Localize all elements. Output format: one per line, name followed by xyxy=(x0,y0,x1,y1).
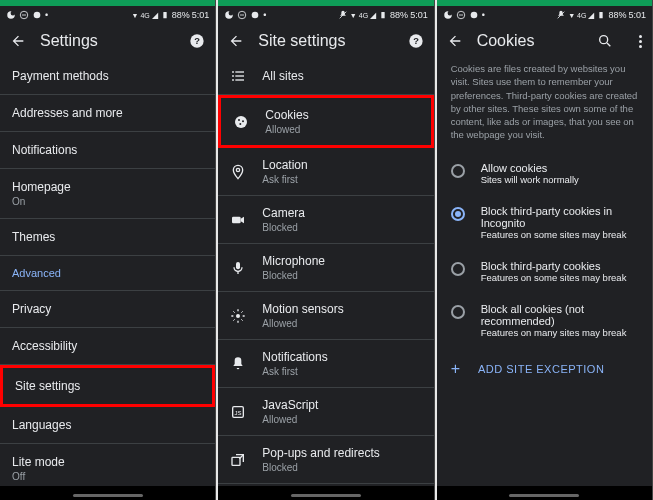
radio-button[interactable] xyxy=(451,207,465,221)
mute-icon xyxy=(338,10,348,20)
site-settings-screen: • ▼ 4G ◢ 88% 5:01 Site settings ? All si… xyxy=(218,0,434,500)
bell-icon xyxy=(230,356,246,372)
cookie-option[interactable]: Block third-party cookies in IncognitoFe… xyxy=(437,195,652,250)
item-label: Notifications xyxy=(262,350,327,364)
svg-point-21 xyxy=(242,120,244,122)
svg-point-37 xyxy=(600,36,608,44)
item-label: Camera xyxy=(262,206,305,220)
radio-button[interactable] xyxy=(451,305,465,319)
site-setting-item[interactable]: CookiesAllowed xyxy=(218,95,433,148)
item-label: Homepage xyxy=(12,180,71,194)
cookie-icon xyxy=(233,114,249,130)
settings-item[interactable]: Addresses and more xyxy=(0,95,215,132)
item-label: JavaScript xyxy=(262,398,318,412)
nav-bar[interactable] xyxy=(437,486,652,500)
chat-icon xyxy=(469,10,479,20)
item-sub: Allowed xyxy=(265,124,308,135)
site-settings-list: All sitesCookiesAllowedLocationAsk first… xyxy=(218,58,433,486)
settings-item[interactable]: HomepageOn xyxy=(0,169,215,219)
list-icon xyxy=(230,68,246,84)
site-setting-item[interactable]: LocationAsk first xyxy=(218,148,433,196)
location-icon xyxy=(230,164,246,180)
settings-item[interactable]: Advanced xyxy=(0,256,215,291)
settings-item[interactable]: Payment methods xyxy=(0,58,215,95)
appbar: Site settings ? xyxy=(218,24,433,58)
item-label: Microphone xyxy=(262,254,325,268)
svg-point-34 xyxy=(470,12,477,19)
cookie-option[interactable]: Block third-party cookiesFeatures on som… xyxy=(437,250,652,293)
item-label: All sites xyxy=(262,69,303,83)
option-sub: Features on some sites may break xyxy=(481,229,638,240)
svg-text:JS: JS xyxy=(235,409,242,415)
item-label: Payment methods xyxy=(12,69,109,83)
settings-item[interactable]: Languages xyxy=(0,407,215,444)
search-icon[interactable] xyxy=(597,33,613,49)
camera-icon xyxy=(230,212,246,228)
radio-button[interactable] xyxy=(451,164,465,178)
cookie-option[interactable]: Allow cookiesSites will work normally xyxy=(437,152,652,195)
back-icon[interactable] xyxy=(228,33,244,49)
svg-point-20 xyxy=(238,119,240,121)
item-sub: Ask first xyxy=(262,366,327,377)
svg-point-27 xyxy=(236,314,240,318)
svg-point-8 xyxy=(252,12,259,19)
site-setting-item[interactable]: JSJavaScriptAllowed xyxy=(218,388,433,436)
site-setting-item[interactable]: Motion sensorsAllowed xyxy=(218,292,433,340)
back-icon[interactable] xyxy=(447,33,463,49)
moon-icon xyxy=(6,10,16,20)
motion-icon xyxy=(230,308,246,324)
item-label: Advanced xyxy=(12,267,61,279)
svg-point-22 xyxy=(240,123,242,125)
svg-rect-24 xyxy=(232,216,241,223)
site-setting-item[interactable]: MicrophoneBlocked xyxy=(218,244,433,292)
item-sub: Ask first xyxy=(262,174,307,185)
item-label: Pop-ups and redirects xyxy=(262,446,379,460)
item-label: Location xyxy=(262,158,307,172)
back-icon[interactable] xyxy=(10,33,26,49)
site-setting-item[interactable]: Pop-ups and redirectsBlocked xyxy=(218,436,433,484)
site-setting-item[interactable]: NotificationsAsk first xyxy=(218,340,433,388)
help-icon[interactable]: ? xyxy=(189,33,205,49)
item-label: Cookies xyxy=(265,108,308,122)
battery-icon xyxy=(160,10,170,20)
chat-icon xyxy=(32,10,42,20)
help-icon[interactable]: ? xyxy=(408,33,424,49)
item-label: Addresses and more xyxy=(12,106,123,120)
statusbar: • ▼ 4G ◢ 88% 5:01 xyxy=(218,6,433,24)
add-site-exception[interactable]: + ADD SITE EXCEPTION xyxy=(437,348,652,390)
item-label: Themes xyxy=(12,230,55,244)
item-label: Motion sensors xyxy=(262,302,343,316)
page-title: Site settings xyxy=(258,32,393,50)
svg-rect-17 xyxy=(232,79,234,80)
site-setting-item[interactable]: CameraBlocked xyxy=(218,196,433,244)
settings-item[interactable]: Notifications xyxy=(0,132,215,169)
option-sub: Features on some sites may break xyxy=(481,272,627,283)
nav-bar[interactable] xyxy=(0,486,215,500)
item-sub: Blocked xyxy=(262,222,305,233)
statusbar: • ▼ 4G ◢ 88% 5:01 xyxy=(437,6,652,24)
svg-rect-16 xyxy=(236,75,245,76)
svg-text:?: ? xyxy=(413,36,419,46)
svg-rect-18 xyxy=(236,79,245,80)
settings-item[interactable]: Privacy xyxy=(0,291,215,328)
appbar: Cookies xyxy=(437,24,652,58)
cookie-option[interactable]: Block all cookies (not recommended)Featu… xyxy=(437,293,652,348)
settings-item[interactable]: Lite modeOff xyxy=(0,444,215,486)
settings-item[interactable]: Site settings xyxy=(0,365,215,407)
svg-line-38 xyxy=(607,43,610,46)
svg-rect-10 xyxy=(381,12,384,18)
site-setting-item[interactable]: All sites xyxy=(218,58,433,95)
nav-bar[interactable] xyxy=(218,486,433,500)
plus-icon: + xyxy=(451,360,460,378)
radio-button[interactable] xyxy=(451,262,465,276)
item-label: Privacy xyxy=(12,302,51,316)
svg-rect-36 xyxy=(600,12,603,18)
svg-rect-30 xyxy=(232,457,240,465)
dnd-icon xyxy=(456,10,466,20)
appbar: Settings ? xyxy=(0,24,215,58)
svg-text:?: ? xyxy=(194,36,200,46)
settings-item[interactable]: Themes xyxy=(0,219,215,256)
page-title: Settings xyxy=(40,32,175,50)
overflow-menu-icon[interactable] xyxy=(639,35,642,48)
settings-item[interactable]: Accessibility xyxy=(0,328,215,365)
